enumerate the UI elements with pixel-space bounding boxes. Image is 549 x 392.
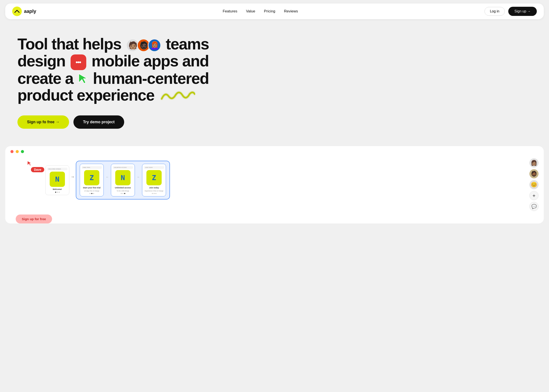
login-button[interactable]: Log in [485, 7, 505, 16]
preview-right-panel: 👩🏽 🧔🏾 😊 ＋ 💬 [525, 158, 539, 211]
app-icon-n: N [50, 172, 65, 187]
dot-t0 [90, 193, 91, 194]
nav-features[interactable]: Features [223, 9, 237, 13]
flow-group-highlighted: FREE TRIAL Z Start your free trial 14 da… [76, 161, 170, 199]
screen-label-trial: Start your free trial [83, 187, 101, 189]
screen-card-join: JOIN TODAY Z Join today Experience it fr… [142, 164, 166, 196]
nav-actions: Log in Sign up → [485, 7, 537, 16]
nav-value[interactable]: Value [246, 9, 255, 13]
flow-arrow-3: ← [136, 175, 141, 179]
cursor-icon [78, 73, 88, 86]
screen-card-trial: FREE TRIAL Z Start your free trial 14 da… [80, 164, 104, 196]
preview-cursor [27, 161, 32, 168]
svg-point-1 [77, 61, 79, 63]
app-icon-n2: N [115, 170, 131, 185]
window-controls [5, 146, 544, 156]
preview-content: Dave WELCOME SCREEN N Welcome! [5, 156, 544, 211]
bottom-signup-button[interactable]: Sign up for free [16, 215, 52, 224]
screen-sublabel-unlimited: To the 1000 things [117, 190, 129, 192]
side-avatar-2: 🧔🏾 [529, 169, 539, 178]
dot-t1 [91, 193, 92, 194]
svg-marker-3 [79, 74, 87, 84]
screen-dots-trial [90, 193, 94, 194]
screen-sublabel-trial: 14 days free of charge [84, 190, 99, 192]
screen-dots-join [152, 193, 156, 194]
chat-bubble-icon [70, 55, 86, 70]
dot-t2 [93, 193, 94, 194]
app-icon-z2: Z [146, 170, 162, 185]
cursor-label: Dave [31, 167, 44, 172]
flow-arrow-back: ← [105, 175, 110, 179]
svg-marker-4 [28, 161, 32, 166]
screen-card-welcome: WELCOME SCREEN N Welcome! [45, 165, 69, 195]
navbar: aaply Features Value Pricing Reviews Log… [5, 3, 544, 19]
dot-1 [57, 192, 58, 193]
screen-label-welcome: Welcome! [53, 188, 62, 190]
screen-sublabel-join: Experience it free of charge [145, 190, 163, 192]
demo-button[interactable]: Try demo project [73, 115, 124, 129]
flow-arrow-1: → [69, 175, 76, 179]
flow-area: WELCOME SCREEN N Welcome! → [45, 158, 525, 202]
add-collaborator-button[interactable]: ＋ [529, 191, 539, 200]
window-minimize-dot [16, 150, 19, 153]
screen-dots-welcome [55, 192, 60, 193]
nav-pricing[interactable]: Pricing [264, 9, 275, 13]
dot-0 [55, 192, 56, 193]
screen-header-welcome: WELCOME SCREEN [47, 168, 67, 170]
svg-point-2 [79, 61, 81, 63]
flow-screen-trial: FREE TRIAL Z Start your free trial 14 da… [80, 164, 104, 196]
app-preview: Dave WELCOME SCREEN N Welcome! [5, 146, 544, 224]
avatar-3: 👩🏽‍🦰 [148, 39, 161, 52]
flow-screen-welcome: WELCOME SCREEN N Welcome! [45, 165, 69, 195]
screen-card-unlimited: UNLIMITED ACCESS N Unlimited access To t… [111, 164, 135, 196]
dot-2 [59, 192, 60, 193]
wave-decoration [160, 88, 195, 105]
screen-dots-unlimited [121, 193, 125, 194]
svg-point-0 [76, 61, 77, 63]
nav-reviews[interactable]: Reviews [284, 9, 298, 13]
signup-free-button[interactable]: Sign up fo free → [17, 115, 69, 129]
logo-icon [12, 7, 22, 16]
side-avatar-1: 👩🏽 [529, 158, 539, 168]
side-avatar-3: 😊 [529, 180, 539, 189]
flow-screen-unlimited: UNLIMITED ACCESS N Unlimited access To t… [111, 164, 135, 196]
chat-button[interactable]: 💬 [529, 202, 539, 211]
hero-heading: Tool that helps 🧑🏽 🧔🏿 👩🏽‍🦰 teams design … [17, 36, 222, 105]
screen-label-join: Join today [149, 187, 159, 189]
flow-screen-join: JOIN TODAY Z Join today Experience it fr… [142, 164, 166, 196]
cta-row: Sign up fo free → Try demo project [17, 115, 222, 129]
window-close-dot [10, 150, 14, 153]
logo-text: aaply [24, 8, 36, 14]
nav-links: Features Value Pricing Reviews [223, 9, 298, 14]
avatar-group: 🧑🏽 🧔🏿 👩🏽‍🦰 [126, 39, 161, 52]
hero-section: Tool that helps 🧑🏽 🧔🏿 👩🏽‍🦰 teams design … [0, 23, 240, 137]
app-icon-z1: Z [84, 170, 99, 185]
signup-button[interactable]: Sign up → [508, 7, 537, 16]
screen-label-unlimited: Unlimited access [115, 187, 131, 189]
preview-bottom-left: Sign up for free [10, 211, 544, 224]
logo: aaply [12, 7, 36, 16]
window-maximize-dot [21, 150, 24, 153]
